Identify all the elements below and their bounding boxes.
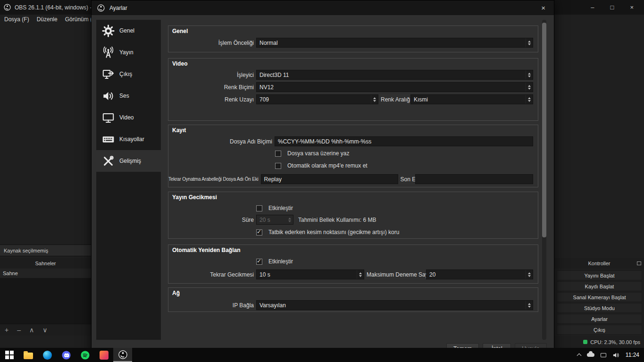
dialog-title: Ayarlar [109, 5, 127, 11]
taskbar-clock[interactable]: 11:24 [626, 352, 639, 358]
start-virtual-camera-button[interactable]: Sanal Kamerayı Başlat [557, 292, 642, 302]
filename-format-input[interactable]: %CCYY-%MM-%DD %hh-%mm-%ss [275, 136, 533, 146]
scene-list-item[interactable]: Sahne [0, 269, 91, 278]
process-priority-select[interactable]: Normal [256, 38, 533, 48]
sidebar-item-video[interactable]: Video [96, 107, 161, 128]
input-value: 10 s [257, 271, 357, 278]
sidebar-item-label: Gelişmiş [119, 158, 141, 164]
menu-dosya[interactable]: Dosya (F) [4, 16, 29, 23]
memory-usage-note: Tahmini Bellek Kullanımı: 6 MB [298, 217, 376, 223]
selected-value: Normal [257, 40, 526, 46]
color-format-select[interactable]: NV12 [256, 82, 533, 92]
sidebar-item-label: Ses [119, 93, 129, 99]
tray-cloud-icon[interactable] [587, 353, 594, 357]
color-range-select[interactable]: Kısmi [410, 94, 533, 104]
sidebar-item-genel[interactable]: Genel [96, 20, 161, 42]
section-title: Video [172, 60, 187, 67]
add-scene-button[interactable]: + [5, 326, 8, 334]
dock-options-icon[interactable] [637, 261, 641, 265]
replay-suffix-input[interactable] [415, 174, 533, 184]
color-space-row: Renk Uzayı 709 Renk Aralığı Kısmi [168, 94, 538, 104]
section-title: Yayın Gecikmesi [172, 194, 217, 201]
exit-button[interactable]: Çıkış [557, 325, 642, 335]
taskbar-discord[interactable] [57, 348, 75, 362]
spinner-arrows-icon[interactable] [526, 70, 533, 79]
scrollbar-thumb[interactable] [542, 23, 546, 237]
preserve-cutoff-checkbox[interactable] [256, 229, 262, 236]
delay-enable-label: Etkinleştir [268, 205, 293, 211]
menu-duzenle[interactable]: Düzenle [37, 16, 58, 23]
start-recording-button[interactable]: Kaydı Başlat [557, 281, 642, 291]
speaker-icon [101, 89, 115, 103]
no-source-label: Kaynak seçilmemiş [0, 244, 91, 256]
taskbar-obs[interactable] [113, 348, 132, 362]
section-title: Genel [172, 28, 188, 34]
dialog-titlebar[interactable]: Ayarlar × [92, 0, 554, 15]
sidebar-item-ses[interactable]: Ses [96, 85, 161, 107]
reconnect-enable-checkbox[interactable] [256, 259, 262, 265]
scenes-dock-title: Sahneler [0, 258, 91, 269]
spinner-arrows-icon[interactable] [357, 270, 364, 279]
tray-network-icon[interactable] [601, 353, 606, 357]
input-value: 20 s [257, 217, 286, 223]
taskbar-spotify[interactable] [75, 348, 94, 362]
move-scene-down-button[interactable]: ∨ [42, 326, 47, 334]
settings-sidebar: Genel Yayın Çıkış Ses [96, 20, 161, 340]
windows-logo-icon [5, 351, 14, 359]
filename-format-row: Dosya Adı Biçimi %CCYY-%MM-%DD %hh-%mm-%… [168, 136, 538, 146]
close-button[interactable]: × [630, 4, 634, 11]
spinner-arrows-icon[interactable] [526, 95, 533, 104]
sidebar-item-label: Çıkış [119, 71, 132, 77]
renderer-label: İşleyici [168, 72, 254, 78]
controls-dock-title: Kontroller [554, 258, 644, 269]
settings-button[interactable]: Ayarlar [557, 314, 642, 324]
delay-duration-row: Süre 20 s Tahmini Bellek Kullanımı: 6 MB [168, 215, 538, 225]
sidebar-item-gelismis[interactable]: Gelişmiş [96, 150, 161, 172]
move-scene-up-button[interactable]: ∧ [29, 326, 34, 334]
remove-scene-button[interactable]: – [17, 326, 21, 334]
studio-mode-button[interactable]: Stüdyo Modu [557, 303, 642, 313]
tools-icon [101, 154, 115, 168]
replay-prefix-input[interactable]: Replay [261, 174, 398, 184]
spinner-arrows-icon[interactable] [526, 270, 533, 279]
spinner-arrows-icon[interactable] [286, 215, 293, 224]
sidebar-item-kisayollar[interactable]: Kısayollar [96, 128, 161, 150]
max-retries-spinner[interactable]: 20 [426, 269, 533, 279]
scene-list: Sahne [0, 269, 91, 324]
replay-prefix-label: Tekrar Oynatma Arabelleği Dosya Adı Ön E… [168, 177, 259, 182]
output-icon [101, 67, 115, 81]
spinner-arrows-icon[interactable] [371, 95, 378, 104]
section-genel: Genel İşlem Önceliği Normal [168, 25, 538, 52]
start-streaming-button[interactable]: Yayını Başlat [557, 270, 642, 280]
remux-checkbox[interactable] [275, 163, 281, 169]
settings-dialog: Ayarlar × Genel Yayın Çıkış [91, 0, 554, 359]
start-button[interactable] [0, 348, 19, 362]
spinner-arrows-icon[interactable] [526, 83, 533, 92]
overwrite-checkbox[interactable] [275, 151, 281, 157]
obs-logo-icon [4, 4, 11, 11]
delay-enable-checkbox[interactable] [256, 205, 262, 211]
controls-dock-title-text: Kontroller [588, 261, 610, 266]
section-ag: Ağ IP Bağla Varsayılan [168, 287, 538, 312]
maximize-button[interactable]: □ [611, 4, 614, 11]
scrollbar[interactable] [542, 20, 546, 340]
sidebar-item-cikis[interactable]: Çıkış [96, 63, 161, 85]
bind-ip-select[interactable]: Varsayılan [256, 300, 533, 310]
section-yayin-gecikmesi: Yayın Gecikmesi Etkinleştir Süre 20 s Ta… [168, 192, 538, 239]
dialog-close-button[interactable]: × [538, 4, 548, 12]
taskbar-media-app[interactable] [94, 348, 113, 362]
minimize-button[interactable]: – [591, 4, 594, 11]
retry-delay-spinner[interactable]: 10 s [256, 269, 364, 279]
color-space-select[interactable]: 709 [256, 94, 378, 104]
duration-spinner[interactable]: 20 s [256, 215, 293, 225]
reconnect-enable-row: Etkinleştir [168, 258, 538, 265]
spinner-arrows-icon[interactable] [526, 38, 533, 47]
taskbar-edge[interactable] [38, 348, 57, 362]
taskbar-file-explorer[interactable] [19, 348, 38, 362]
sidebar-item-label: Genel [119, 27, 134, 34]
spinner-arrows-icon[interactable] [526, 301, 533, 310]
sidebar-item-yayin[interactable]: Yayın [96, 42, 161, 63]
tray-volume-icon[interactable] [612, 352, 619, 359]
renderer-select[interactable]: Direct3D 11 [256, 70, 533, 80]
tray-chevron-up-icon[interactable] [577, 354, 581, 358]
